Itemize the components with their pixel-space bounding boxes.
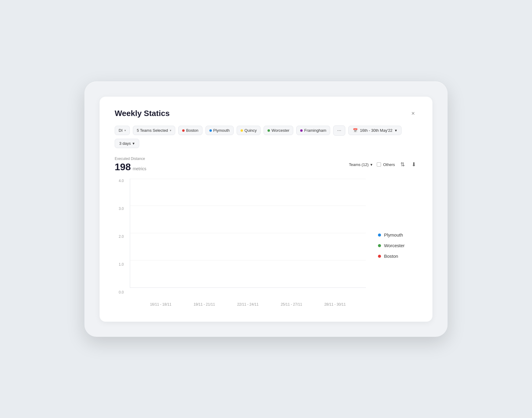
- legend-label: Boston: [384, 254, 398, 259]
- card-title: Weekly Statics: [115, 109, 170, 118]
- chart-area: 4.03.02.01.00.0 16/11 - 18/1119/11 - 21/…: [115, 179, 417, 307]
- device-frame: Weekly Statics × DI ▾ 5 Teams Selected ▾…: [84, 81, 448, 337]
- y-axis-label: 3.0: [119, 207, 124, 211]
- x-labels: 16/11 - 18/1119/11 - 21/1122/11 - 24/112…: [130, 300, 366, 307]
- team-dot-quincy: [241, 129, 243, 132]
- team-tag-framingham[interactable]: Framingham: [296, 126, 330, 135]
- team-dot-plymouth: [209, 129, 212, 132]
- x-axis-label: 19/11 - 21/11: [182, 302, 226, 307]
- card-header: Weekly Statics ×: [115, 109, 417, 118]
- team-name-plymouth: Plymouth: [213, 128, 230, 133]
- team-name-quincy: Quincy: [245, 128, 257, 133]
- team-dot-worcester: [268, 129, 270, 132]
- x-axis-label: 25/11 - 27/11: [270, 302, 313, 307]
- legend-item-plymouth: Plymouth: [378, 232, 417, 237]
- team-tag-quincy[interactable]: Quincy: [237, 126, 261, 135]
- sort-asc-button[interactable]: ⇅: [399, 161, 406, 168]
- chart-container: 4.03.02.01.00.0 16/11 - 18/1119/11 - 21/…: [115, 179, 366, 307]
- teams-dropdown[interactable]: Teams (12) ▾: [349, 162, 373, 167]
- legend-dot: [378, 255, 381, 258]
- date-chevron-icon: ▾: [395, 128, 397, 133]
- legend-item-boston: Boston: [378, 254, 417, 259]
- team-tag-boston[interactable]: Boston: [178, 126, 202, 135]
- legend-label: Worcester: [384, 243, 405, 248]
- card: Weekly Statics × DI ▾ 5 Teams Selected ▾…: [100, 97, 432, 322]
- others-checkbox[interactable]: [377, 162, 381, 167]
- chart-inner: [130, 179, 366, 288]
- teams-dropdown-label: Teams (12): [349, 162, 369, 167]
- di-label: DI: [119, 128, 123, 133]
- others-label: Others: [383, 162, 395, 167]
- legend-item-worcester: Worcester: [378, 243, 417, 248]
- days-label: 3 days: [119, 141, 131, 146]
- teams-chevron-icon: ▾: [170, 129, 171, 132]
- filters-row: DI ▾ 5 Teams Selected ▾ BostonPlymouthQu…: [115, 125, 417, 148]
- y-axis-label: 4.0: [119, 179, 124, 183]
- team-tag-worcester[interactable]: Worcester: [264, 126, 293, 135]
- days-filter[interactable]: 3 days ▾: [115, 139, 139, 148]
- metric-unit: metrics: [133, 166, 146, 171]
- team-name-boston: Boston: [186, 128, 198, 133]
- x-axis-label: 22/11 - 24/11: [226, 302, 270, 307]
- x-axis-label: 28/11 - 30/11: [313, 302, 357, 307]
- date-label: 16th - 30th May'22: [360, 128, 392, 133]
- date-filter[interactable]: 📅 16th - 30th May'22 ▾: [348, 126, 402, 135]
- teams-dropdown-chevron: ▾: [370, 162, 373, 167]
- x-axis-label: 16/11 - 18/11: [139, 302, 182, 307]
- teams-selected-label: 5 Teams Selected: [137, 128, 168, 133]
- y-axis: 4.03.02.01.00.0: [115, 179, 127, 294]
- close-button[interactable]: ×: [409, 109, 417, 118]
- legend-label: Plymouth: [384, 232, 403, 237]
- di-filter[interactable]: DI ▾: [115, 126, 130, 135]
- y-axis-label: 0.0: [119, 290, 124, 294]
- bars-container: [130, 179, 366, 287]
- calendar-icon: 📅: [353, 128, 358, 133]
- y-axis-label: 2.0: [119, 234, 124, 239]
- metric-value: 198 metrics: [115, 161, 146, 173]
- legend-dot: [378, 234, 381, 237]
- team-name-worcester: Worcester: [271, 128, 289, 133]
- stats-row: Executed Distance 198 metrics Teams (12)…: [115, 157, 417, 173]
- di-chevron-icon: ▾: [124, 129, 126, 132]
- metric-number: 198: [115, 161, 131, 173]
- team-dot-framingham: [300, 129, 303, 132]
- others-checkbox-group[interactable]: Others: [377, 162, 395, 167]
- more-options-button[interactable]: ···: [333, 125, 345, 136]
- sort-desc-button[interactable]: ⬇: [410, 161, 417, 168]
- y-axis-label: 1.0: [119, 262, 124, 267]
- legend-dot: [378, 244, 381, 247]
- team-tag-plymouth[interactable]: Plymouth: [205, 126, 234, 135]
- metric-label: Executed Distance: [115, 157, 146, 161]
- days-chevron-icon: ▾: [133, 141, 135, 146]
- legend: PlymouthWorcesterBoston: [378, 179, 417, 307]
- teams-filter[interactable]: 5 Teams Selected ▾: [133, 126, 175, 135]
- team-name-framingham: Framingham: [304, 128, 326, 133]
- metric-block: Executed Distance 198 metrics: [115, 157, 146, 173]
- chart-controls: Teams (12) ▾ Others ⇅ ⬇: [349, 161, 417, 168]
- team-dot-boston: [182, 129, 185, 132]
